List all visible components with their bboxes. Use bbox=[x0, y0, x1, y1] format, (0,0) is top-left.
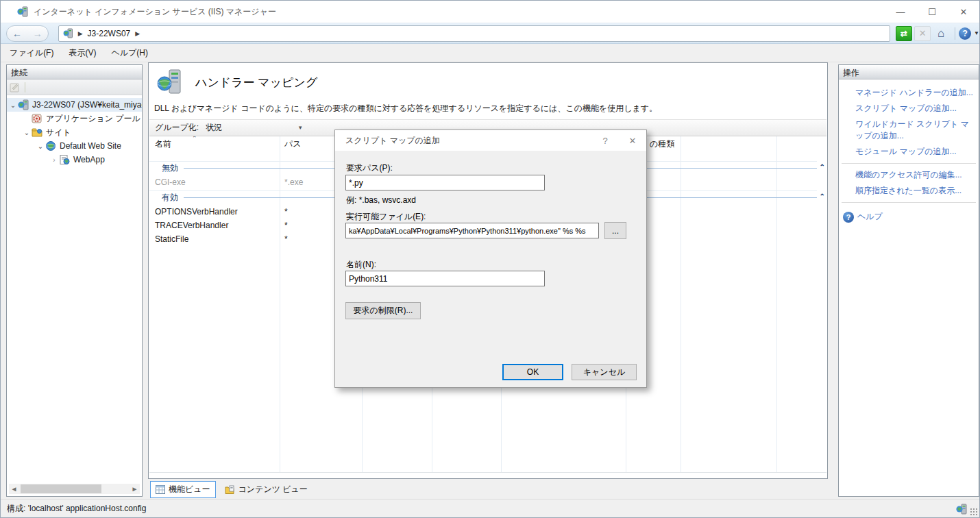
horizontal-scrollbar[interactable]: ◄ ► bbox=[9, 484, 140, 494]
connections-panel: 接続 ⌄ J3-22WS07 (JSW¥keita_miyaok アプリケーショ… bbox=[6, 64, 143, 497]
chevron-down-icon[interactable]: ⌄ bbox=[22, 129, 32, 136]
table-bottom-border bbox=[149, 472, 826, 473]
group-label: 無効 bbox=[162, 162, 178, 174]
back-icon[interactable]: ← bbox=[12, 28, 22, 39]
forward-icon[interactable]: → bbox=[33, 28, 42, 39]
ok-button[interactable]: OK bbox=[502, 364, 563, 380]
breadcrumb[interactable]: J3-22WS07 bbox=[88, 29, 131, 38]
group-by-label: グループ化: bbox=[155, 122, 199, 134]
connections-toolbar bbox=[7, 79, 142, 95]
tree-item-sites[interactable]: ⌄ サイト bbox=[7, 125, 142, 139]
toolbar-divider bbox=[955, 27, 955, 40]
action-help[interactable]: ヘルプ bbox=[854, 209, 883, 225]
maximize-button[interactable]: ☐ bbox=[916, 1, 948, 23]
scroll-right-icon[interactable]: ► bbox=[130, 485, 140, 493]
executable-input[interactable] bbox=[345, 223, 599, 238]
chevron-down-icon: ▼ bbox=[297, 125, 303, 131]
feature-view-icon bbox=[156, 485, 165, 494]
request-restrictions-button[interactable]: 要求の制限(R)... bbox=[345, 302, 421, 319]
action-view-ordered-list[interactable]: 順序指定された一覧の表示... bbox=[842, 183, 976, 199]
column-header-entry-type-partial[interactable]: の種類 bbox=[650, 138, 674, 150]
name-input[interactable] bbox=[345, 271, 545, 286]
handler-path: * bbox=[284, 221, 288, 230]
tree-item-server[interactable]: ⌄ J3-22WS07 (JSW¥keita_miyaok bbox=[7, 98, 142, 112]
group-label: 有効 bbox=[162, 192, 178, 204]
page-title: ハンドラー マッピング bbox=[195, 75, 317, 90]
actions-panel: 操作 マネージド ハンドラーの追加... スクリプト マップの追加... ワイル… bbox=[838, 64, 979, 497]
dialog-title: スクリプト マップの追加 bbox=[345, 135, 440, 147]
handler-mappings-icon bbox=[157, 69, 186, 96]
tab-label: 機能ビュー bbox=[169, 484, 210, 495]
cancel-button[interactable]: キャンセル bbox=[572, 364, 637, 380]
minimize-button[interactable]: — bbox=[885, 1, 916, 23]
home-icon[interactable]: ⌂ bbox=[933, 26, 949, 41]
action-edit-feature-permissions[interactable]: 機能のアクセス許可の編集... bbox=[842, 167, 976, 183]
status-bar: 構成: 'localhost' applicationHost.config bbox=[1, 499, 979, 517]
action-add-script-map[interactable]: スクリプト マップの追加... bbox=[842, 101, 976, 116]
stop-icon[interactable]: ✕ bbox=[914, 26, 931, 41]
dialog-close-icon[interactable]: ✕ bbox=[619, 130, 646, 151]
connections-tree: ⌄ J3-22WS07 (JSW¥keita_miyaok アプリケーション プ… bbox=[7, 95, 142, 166]
close-button[interactable]: ✕ bbox=[948, 1, 979, 23]
connections-header: 接続 bbox=[7, 65, 142, 79]
dialog-title-bar: スクリプト マップの追加 ? ✕ bbox=[335, 130, 646, 151]
resize-grip-icon[interactable] bbox=[970, 508, 978, 516]
address-bar[interactable]: ▶ J3-22WS07 ▶ bbox=[58, 25, 890, 42]
breadcrumb-separator-icon: ▶ bbox=[78, 30, 83, 37]
actions-divider bbox=[842, 163, 976, 164]
browse-button[interactable]: ... bbox=[604, 222, 626, 239]
actions-header: 操作 bbox=[839, 65, 979, 79]
tree-item-label: Default Web Site bbox=[60, 141, 121, 151]
menu-help[interactable]: ヘルプ(H) bbox=[105, 45, 154, 62]
toolbar-divider bbox=[25, 82, 25, 92]
menu-view[interactable]: 表示(V) bbox=[62, 45, 102, 62]
request-path-input[interactable] bbox=[345, 175, 545, 190]
view-tabs: 機能ビュー コンテンツ ビュー bbox=[150, 481, 317, 498]
refresh-icon[interactable]: ⇄ bbox=[896, 26, 912, 41]
app-pool-icon bbox=[32, 113, 43, 124]
site-globe-icon bbox=[45, 140, 57, 151]
feature-description: DLL およびマネージド コードのように、特定の要求の種類に対する応答を処理する… bbox=[154, 103, 657, 114]
chevron-right-icon[interactable]: › bbox=[49, 156, 59, 164]
save-connections-icon[interactable] bbox=[10, 82, 21, 92]
scroll-left-icon[interactable]: ◄ bbox=[9, 485, 19, 493]
tree-item-webapp[interactable]: › WebApp bbox=[7, 153, 142, 166]
chevron-down-icon[interactable]: ⌄ bbox=[8, 101, 18, 109]
executable-label: 実行可能ファイル(E): bbox=[346, 211, 426, 223]
breadcrumb-separator-icon: ▶ bbox=[135, 30, 140, 37]
group-by-value: 状況 bbox=[206, 122, 222, 134]
handler-name: OPTIONSVerbHandler bbox=[155, 207, 238, 217]
collapse-group-icon[interactable]: ⌃ bbox=[820, 193, 825, 200]
tree-item-default-web-site[interactable]: ⌄ Default Web Site bbox=[7, 139, 142, 153]
tab-label: コンテンツ ビュー bbox=[238, 484, 308, 495]
action-add-managed-handler[interactable]: マネージド ハンドラーの追加... bbox=[842, 85, 976, 101]
name-label: 名前(N): bbox=[346, 259, 376, 271]
dialog-help-icon[interactable]: ? bbox=[591, 130, 619, 151]
scrollbar-thumb[interactable] bbox=[21, 484, 101, 493]
request-path-label: 要求パス(P): bbox=[346, 162, 393, 174]
tree-item-app-pools[interactable]: アプリケーション プール bbox=[7, 112, 142, 125]
scrollbar-track[interactable] bbox=[19, 484, 130, 494]
handler-path: * bbox=[284, 207, 288, 217]
iis-node-icon bbox=[63, 28, 73, 38]
tab-feature-view[interactable]: 機能ビュー bbox=[150, 481, 216, 498]
iis-status-icon bbox=[956, 504, 967, 515]
handler-path: *.exe bbox=[284, 177, 303, 187]
menu-file[interactable]: ファイル(F) bbox=[3, 45, 60, 62]
tree-item-label: WebApp bbox=[73, 155, 105, 164]
collapse-group-icon[interactable]: ⌃ bbox=[820, 163, 825, 171]
chevron-down-icon[interactable]: ⌄ bbox=[36, 143, 45, 150]
window-title: インターネット インフォメーション サービス (IIS) マネージャー bbox=[34, 6, 276, 18]
column-header-path[interactable]: パス bbox=[284, 138, 302, 150]
tab-content-view[interactable]: コンテンツ ビュー bbox=[220, 482, 313, 497]
help-icon[interactable]: ? bbox=[959, 27, 971, 40]
action-add-module-map[interactable]: モジュール マップの追加... bbox=[842, 144, 976, 160]
column-header-name[interactable]: 名前 bbox=[155, 138, 171, 150]
group-by-dropdown[interactable]: 状況 ▼ bbox=[203, 121, 306, 135]
add-script-map-dialog: スクリプト マップの追加 ? ✕ 要求パス(P): 例: *.bas, wsvc… bbox=[334, 130, 647, 388]
iis-logo-icon bbox=[17, 6, 28, 17]
help-circle-icon: ? bbox=[843, 212, 854, 223]
iis-manager-window: インターネット インフォメーション サービス (IIS) マネージャー — ☐ … bbox=[0, 0, 980, 518]
action-add-wildcard-script-map[interactable]: ワイルドカード スクリプト マップの追加... bbox=[842, 116, 976, 144]
help-dropdown-arrow-icon[interactable]: ▼ bbox=[974, 30, 979, 36]
